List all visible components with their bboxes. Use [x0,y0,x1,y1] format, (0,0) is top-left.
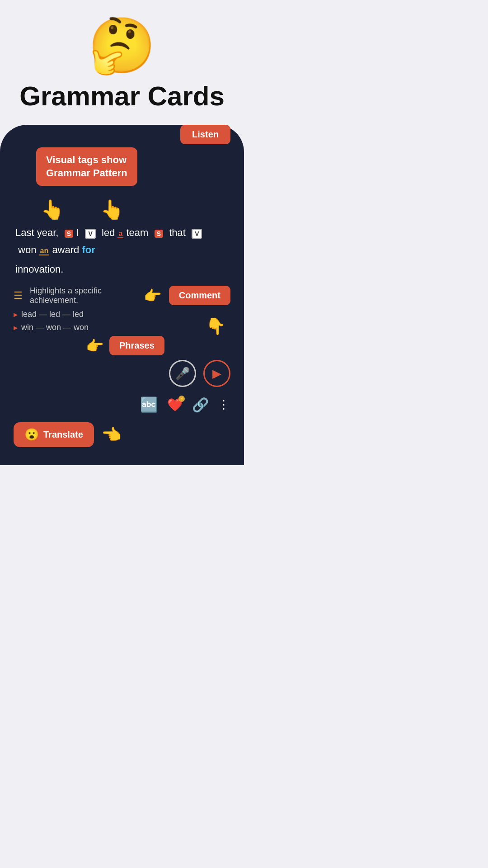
favorite-icon[interactable]: ❤️⚡ [167,397,183,412]
translate-emoji: 😮 [24,428,39,442]
translate-label: Translate [43,429,83,440]
mic-icon: 🎤 [175,367,190,381]
listen-pointer-emoji: 👇 [206,317,226,336]
share-icon[interactable]: 🔗 [192,397,209,413]
tag-verb-1: V [85,229,95,239]
vocab-item-1: lead — led — led [14,310,206,319]
pointer-arrow-2: 👆 [100,198,124,221]
more-options-icon[interactable]: ⋮ [218,398,230,412]
pointer-arrow-1: 👆 [41,198,64,221]
translate-icon[interactable]: 🔤 [140,396,158,413]
bottom-section: Visual tags showGrammar Pattern 👆 👆 Last… [0,125,244,465]
vocab-list: lead — led — led win — won — won [14,310,206,336]
comment-button[interactable]: Comment [169,286,230,305]
sentence: Last year, S I V led a team S that V won… [14,224,230,258]
audio-controls: 🎤 ▶ [14,360,230,387]
right-listen: Listen 👇 [206,317,230,336]
phrases-row: 👉 Phrases [14,336,230,355]
tag-verb-2: V [192,229,202,239]
top-section: 🤔 Grammar Cards [0,0,244,125]
visual-tag-label: Visual tags showGrammar Pattern [36,147,137,186]
bottom-actions: 🔤 ❤️⚡ 🔗 ⋮ [14,396,230,413]
sentence-line-2: innovation. [14,261,230,278]
tag-preposition-for: for [82,244,95,255]
translate-button[interactable]: 😮 Translate [14,422,94,447]
comment-text: Highlights a specific achievement. [30,286,136,305]
tag-subject-1: S [65,230,73,238]
tag-article-an: an [39,247,50,255]
vocab-listen-area: lead — led — led win — won — won Listen … [14,310,230,336]
tag-subject-2: S [155,230,163,238]
listen-button[interactable]: Listen [180,125,230,144]
comment-arrow-emoji: 👉 [144,287,162,304]
translate-arrow-emoji: 👈 [101,425,122,444]
comment-row: ☰ Highlights a specific achievement. 👉 C… [14,286,230,305]
tag-article-a: a [117,230,123,238]
phrases-button[interactable]: Phrases [109,336,164,355]
arrow-pointers: 👆 👆 [41,198,230,221]
play-icon: ▶ [212,367,221,381]
mic-button[interactable]: 🎤 [169,360,196,387]
vocab-item-2: win — won — won [14,323,206,332]
comment-icon: ☰ [14,290,23,302]
thinking-emoji: 🤔 [88,18,156,72]
phrases-arrow-emoji: 👉 [86,337,104,354]
play-button[interactable]: ▶ [203,360,230,387]
app-title: Grammar Cards [10,81,234,111]
translate-row: 😮 Translate 👈 [14,422,230,447]
